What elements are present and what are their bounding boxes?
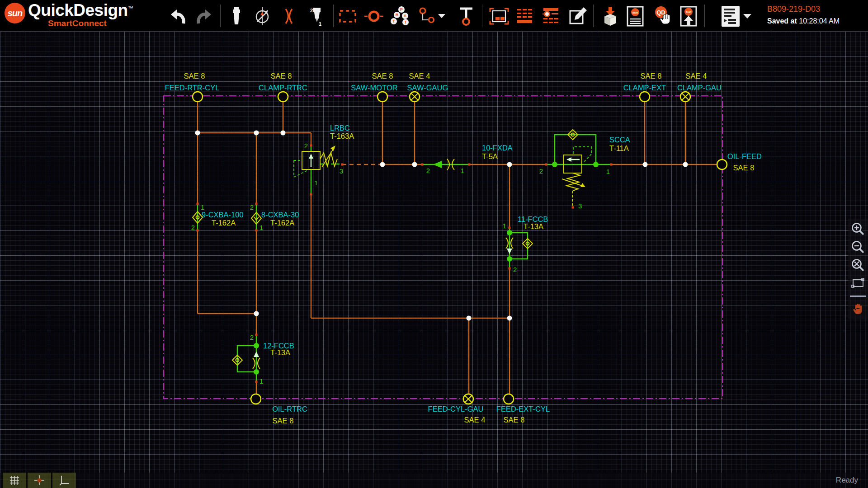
svg-text:CLAMP-EXT: CLAMP-EXT [623, 84, 666, 92]
component-name: LRBC [330, 124, 350, 132]
ports-pbat-icon: P B A T T [390, 6, 410, 27]
ports-layout-button[interactable]: P B A T T [389, 4, 411, 29]
svg-text:A: A [404, 14, 407, 18]
bom-item-button[interactable] [540, 4, 562, 29]
port-clamp-ext[interactable] [640, 92, 650, 102]
redo-button[interactable] [193, 4, 215, 29]
orifice-icon [280, 6, 297, 26]
svg-text:3: 3 [340, 167, 343, 175]
schematic-canvas[interactable]: LRBC T-163A 2 1 3 10-FXDA T-5A 2 1 [0, 32, 868, 488]
svg-text:1: 1 [461, 167, 464, 174]
grid-toggle-button[interactable] [3, 473, 26, 488]
toolbar-separator [704, 5, 705, 27]
zoom-window-icon [851, 277, 865, 290]
port-feed-rtr-cyl[interactable] [193, 92, 203, 102]
qd-link-button[interactable]: QD [652, 4, 674, 29]
svg-text:P: P [400, 7, 403, 12]
port-clamp-gau[interactable] [680, 92, 690, 102]
origin-toggle-button[interactable] [52, 473, 76, 488]
component-cxba9[interactable]: 9-CXBA-100 T-162A 1 2 [191, 203, 244, 231]
sun-datasheet-button[interactable]: sun [624, 4, 646, 29]
svg-text:8-CXBA-30: 8-CXBA-30 [261, 211, 299, 219]
model-download-icon [601, 6, 619, 27]
component-wires[interactable] [198, 135, 611, 382]
bom-list-button[interactable] [514, 4, 536, 29]
svg-text:T-5A: T-5A [482, 152, 498, 160]
svg-text:sun: sun [686, 10, 691, 14]
redo-icon [195, 7, 212, 25]
svg-text:SAW-MOTOR: SAW-MOTOR [351, 84, 397, 92]
svg-text:SAE 8: SAE 8 [273, 417, 294, 425]
origin-axes-icon [59, 475, 70, 486]
svg-text:SAW-GAUG: SAW-GAUG [407, 84, 448, 92]
title-block-button[interactable] [488, 4, 510, 29]
cartridge-ports-icon: 2 1 [307, 6, 326, 27]
app-title: QuickDesign™ [28, 2, 133, 19]
saved-status: Saved at 10:28:04 AM [767, 17, 840, 25]
zoom-in-button[interactable] [850, 221, 866, 237]
sun-upload-button[interactable]: sun [678, 4, 699, 29]
sun-datasheet-icon: sun [626, 6, 645, 27]
port-oil-feed[interactable] [717, 160, 727, 169]
svg-text:2: 2 [191, 224, 195, 231]
svg-text:sun: sun [632, 11, 638, 14]
svg-text:T-13A: T-13A [270, 348, 290, 357]
svg-text:2: 2 [426, 167, 430, 174]
svg-text:2: 2 [250, 203, 254, 211]
zoom-extents-button[interactable] [850, 258, 866, 273]
component-cxba8[interactable]: 8-CXBA-30 T-162A 2 1 [250, 203, 299, 231]
toolbar-separator [593, 5, 594, 27]
svg-text:B: B [396, 13, 399, 17]
port-saw-gaug[interactable] [410, 92, 420, 102]
connect-wire-options-button[interactable] [435, 4, 448, 29]
flow-direction-button[interactable] [251, 4, 273, 29]
port-clamp-rtrc[interactable] [278, 92, 288, 102]
test-point-button[interactable] [455, 4, 477, 29]
toolbar-separator [482, 5, 482, 27]
component-fccb12[interactable]: 12-FCCB T-13A 2 1 [232, 333, 294, 385]
port-feed-ext-cyl[interactable] [504, 394, 514, 404]
cartridge-ports-button[interactable]: 2 1 [306, 4, 327, 29]
orifice-tool-button[interactable] [278, 4, 299, 29]
svg-text:1: 1 [259, 377, 263, 385]
main-toolbar: sun QuickDesign™ SmartConnect [0, 0, 868, 32]
sun-logo-icon: sun [5, 3, 25, 23]
svg-text:SAE 4: SAE 4 [464, 416, 486, 424]
port-saw-motor[interactable] [377, 92, 387, 102]
svg-text:SAE 4: SAE 4 [409, 72, 430, 80]
undo-icon [170, 7, 187, 25]
edit-notes-button[interactable] [567, 4, 589, 29]
svg-text:T-13A: T-13A [524, 222, 543, 230]
port-oil-rtrc[interactable] [251, 394, 261, 404]
svg-text:3: 3 [578, 202, 582, 210]
zoom-out-button[interactable] [850, 239, 866, 255]
svg-text:SAE 8: SAE 8 [641, 72, 662, 80]
pan-hand-icon [851, 302, 865, 316]
pan-button[interactable] [850, 301, 866, 317]
model-download-button[interactable] [599, 4, 621, 29]
select-area-button[interactable] [337, 4, 359, 29]
zoom-window-button[interactable] [850, 276, 866, 291]
snap-toggle-button[interactable] [28, 473, 51, 488]
manifold-boundary [164, 96, 722, 399]
doc-menu-button[interactable] [720, 4, 741, 29]
add-port-button[interactable] [363, 4, 385, 29]
undo-button[interactable] [167, 4, 189, 29]
qd-link-icon: QD [652, 5, 673, 27]
port-feed-cyl-gau[interactable] [463, 394, 473, 404]
document-id: B809-219-D03 [767, 5, 840, 14]
add-cartridge-button[interactable] [226, 4, 247, 29]
component-scca[interactable]: SCCA T-11A 2 1 3 [539, 130, 630, 210]
svg-text:1: 1 [503, 222, 506, 230]
schematic-drawing[interactable]: LRBC T-163A 2 1 3 10-FXDA T-5A 2 1 [0, 32, 868, 488]
svg-text:OIL-FEED: OIL-FEED [727, 152, 762, 160]
svg-text:SAE 8: SAE 8 [184, 72, 205, 80]
component-fxda[interactable]: 10-FXDA T-5A 2 1 [426, 144, 513, 174]
bom-item-icon [542, 6, 561, 26]
chevron-down-icon [438, 14, 445, 19]
svg-text:SAE 4: SAE 4 [686, 72, 707, 80]
connect-wire-icon [419, 7, 437, 25]
zoom-in-icon [851, 222, 865, 236]
app-logo: sun QuickDesign™ SmartConnect [5, 2, 133, 28]
doc-menu-options-button[interactable] [741, 4, 754, 29]
